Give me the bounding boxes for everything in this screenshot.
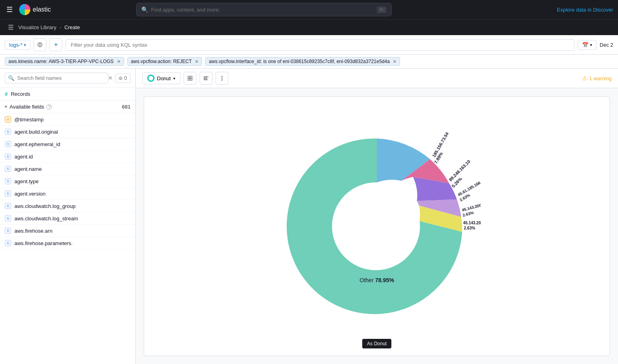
main-content: 🔍 ✕ ⊜ 0 # Records ▾ Available fields ? 6… [0, 69, 618, 364]
records-hash-icon: # [5, 91, 8, 97]
field-item-agent-type[interactable]: t agent.type [0, 175, 135, 188]
filter-pill-kinesis[interactable]: aws.kinesis.name: AWS-3-TIER-APP-VPC-LOG… [5, 57, 124, 66]
chart-type-button[interactable]: Donut ▾ [142, 72, 180, 84]
field-item-agent-version[interactable]: t agent.version [0, 188, 135, 200]
svg-rect-7 [204, 79, 208, 80]
sidebar-toggle-icon[interactable]: ☰ [6, 22, 15, 33]
chevron-down-icon: ▾ [590, 43, 592, 47]
svg-rect-6 [204, 78, 207, 79]
date-label: Dec 2 [600, 42, 613, 48]
field-type-icon-t: t [5, 203, 11, 209]
donut-chart-svg: 185.156.73.54 7.89% 89.248.163.10 5.26% … [273, 123, 481, 330]
filter-pill-close-interface[interactable]: ✕ [393, 59, 396, 64]
field-item-agent-build[interactable]: t agent.build.original [0, 126, 135, 138]
as-donut-tooltip: As Donut [362, 339, 391, 348]
field-item-agent-name[interactable]: t agent.name [0, 163, 135, 175]
field-search-input[interactable] [5, 73, 108, 83]
kql-filter-input[interactable] [65, 39, 574, 51]
available-fields-chevron[interactable]: ▾ [5, 104, 7, 109]
svg-point-8 [221, 76, 222, 77]
filter-pill-close-action[interactable]: ✕ [195, 59, 198, 64]
filter-bar: logs-* ▾ + 📅 ▾ Dec 2 [0, 35, 618, 55]
breadcrumb-bar: ☰ Visualize Library › Create [0, 19, 618, 35]
field-type-icon-t: t [5, 240, 11, 246]
filter-pill-interface[interactable]: aws.vpcflow.interface_id: is one of eni-… [205, 57, 400, 66]
field-type-icon-t: t [5, 228, 11, 234]
records-label: Records [11, 91, 30, 97]
filter-options-button[interactable] [34, 38, 46, 51]
available-fields-header: ▾ Available fields ? 681 [0, 101, 135, 113]
field-item-cloudwatch-stream[interactable]: t aws.cloudwatch.log_stream [0, 212, 135, 225]
field-item-firehose-params[interactable]: t aws.firehose.parameters. [0, 237, 135, 249]
field-filter-count-button[interactable]: ⊜ 0 [115, 73, 131, 83]
field-name-agent-version: agent.version [14, 191, 46, 197]
field-type-icon-t: t [5, 166, 11, 172]
breadcrumb-separator: › [59, 25, 61, 30]
menu-button[interactable]: ☰ [5, 4, 14, 16]
options-button[interactable] [216, 72, 228, 85]
top-nav: ☰ elastic 🔍 ⌘/ Explore data in Discover [0, 0, 618, 19]
elastic-logo: elastic [19, 4, 51, 15]
available-fields-label: Available fields [10, 104, 44, 110]
donut-icon [147, 75, 154, 82]
field-item-cloudwatch-group[interactable]: t aws.cloudwatch.log_group [0, 200, 135, 212]
filter-pills: aws.kinesis.name: AWS-3-TIER-APP-VPC-LOG… [0, 55, 618, 69]
filter-options-icon: ⊜ [119, 75, 123, 81]
chart-container: 185.156.73.54 7.89% 89.248.163.10 5.26% … [144, 96, 610, 356]
svg-rect-2 [190, 76, 192, 78]
field-name-firehose-arn: aws.firehose.arn [14, 228, 52, 234]
field-item-firehose-arn[interactable]: t aws.firehose.arn [0, 225, 135, 237]
global-search-input[interactable] [151, 7, 374, 13]
explore-discover-link[interactable]: Explore data in Discover [557, 7, 613, 13]
field-name-timestamp: @timestamp [14, 117, 44, 123]
field-search-wrap: 🔍 ✕ [5, 73, 113, 83]
svg-point-9 [221, 78, 222, 79]
chart-label-other: Other 78.95% [360, 277, 394, 283]
field-search-row: 🔍 ✕ ⊜ 0 [0, 69, 135, 88]
filter-count-label: 0 [124, 75, 127, 81]
field-item-agent-ephemeral[interactable]: t agent.ephemeral_id [0, 138, 135, 150]
available-fields-help-icon[interactable]: ? [46, 104, 52, 110]
breadcrumb-visualize-library[interactable]: Visualize Library [18, 24, 56, 30]
filter-pill-text: aws.vpcflow.action: REJECT [131, 59, 192, 64]
field-name-agent-ephemeral: agent.ephemeral_id [14, 141, 60, 147]
field-name-agent-type: agent.type [14, 178, 39, 184]
svg-rect-4 [190, 79, 192, 80]
available-fields-count: 681 [122, 104, 131, 110]
filter-pill-text: aws.kinesis.name: AWS-3-TIER-APP-VPC-LOG… [8, 59, 114, 64]
edit-config-button[interactable] [184, 72, 196, 85]
field-type-icon-t: t [5, 153, 11, 160]
inspect-button[interactable] [200, 72, 212, 85]
field-item-agent-id[interactable]: t agent.id [0, 150, 135, 163]
chevron-down-icon: ▾ [173, 76, 175, 81]
field-type-icon-t: t [5, 190, 11, 197]
field-name-cloudwatch-group: aws.cloudwatch.log_group [14, 203, 75, 209]
field-type-icon-t: t [5, 215, 11, 222]
filter-pill-close-kinesis[interactable]: ✕ [117, 59, 121, 64]
date-picker-button[interactable]: 📅 ▾ [578, 40, 596, 50]
field-item-timestamp[interactable]: ⏱ @timestamp [0, 113, 135, 126]
add-filter-button[interactable]: + [50, 38, 62, 51]
breadcrumb-create[interactable]: Create [64, 24, 80, 30]
filter-pill-action[interactable]: aws.vpcflow.action: REJECT ✕ [127, 57, 202, 66]
nav-right: Explore data in Discover [557, 7, 613, 13]
field-name-agent-build: agent.build.original [14, 129, 58, 135]
svg-rect-5 [204, 77, 208, 77]
donut-hole [334, 183, 420, 269]
as-donut-label: As Donut [367, 341, 386, 346]
records-item[interactable]: # Records [0, 88, 135, 101]
warning-badge[interactable]: ⚠ 1 warning [582, 75, 612, 81]
chart-percent-yellow: 2.63% [464, 226, 475, 230]
field-name-agent-name: agent.name [14, 166, 42, 172]
elastic-logo-icon [19, 4, 30, 15]
svg-point-10 [221, 79, 222, 81]
left-panel: 🔍 ✕ ⊜ 0 # Records ▾ Available fields ? 6… [0, 69, 136, 364]
field-name-agent-id: agent.id [14, 154, 33, 160]
global-search[interactable]: 🔍 ⌘/ [136, 3, 392, 16]
index-pattern-label: logs-* [9, 42, 22, 48]
calendar-icon: 📅 [582, 42, 588, 48]
svg-rect-1 [188, 76, 189, 78]
index-pattern-button[interactable]: logs-* ▾ [5, 40, 30, 50]
chevron-down-icon: ▾ [24, 43, 26, 47]
field-search-clear-icon[interactable]: ✕ [108, 75, 113, 81]
